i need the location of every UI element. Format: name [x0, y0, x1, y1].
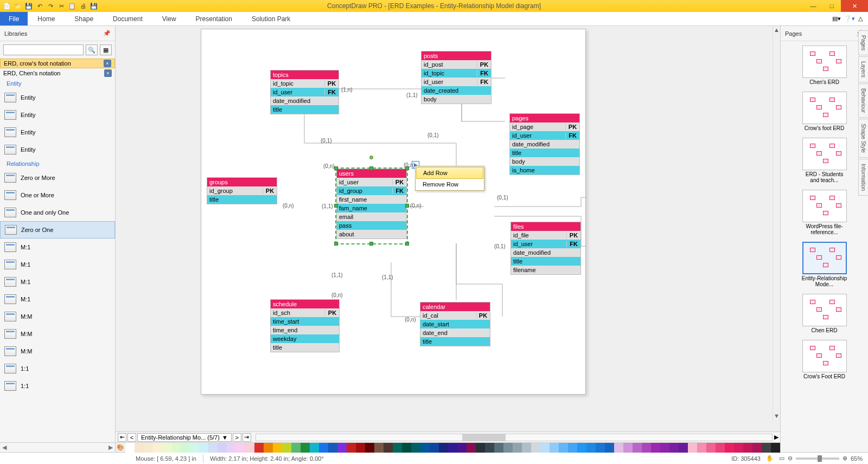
page-thumbnail[interactable]: ERD - Students and teach...: [801, 138, 848, 183]
qat-copy-icon[interactable]: 📋: [67, 1, 77, 11]
lib-item-mm[interactable]: M:M: [0, 343, 115, 360]
color-swatch[interactable]: [734, 443, 743, 453]
lib-item-entity[interactable]: Entity: [0, 124, 115, 141]
lib-item-m1[interactable]: M:1: [0, 256, 115, 273]
color-swatch[interactable]: [679, 443, 688, 453]
library-dropdown-icon[interactable]: ▤▾: [832, 15, 841, 22]
color-swatch[interactable]: [568, 443, 577, 453]
color-swatch[interactable]: [420, 443, 430, 453]
zoom-slider[interactable]: [796, 457, 839, 460]
library-search-input[interactable]: [3, 44, 84, 55]
color-swatch[interactable]: [642, 443, 651, 453]
entity-users[interactable]: users id_userPK id_groupFK first_name fa…: [336, 169, 407, 239]
color-swatch[interactable]: [623, 443, 633, 453]
color-swatch[interactable]: [125, 443, 135, 453]
page-thumbnail[interactable]: WordPress file-reference...: [801, 190, 848, 235]
lib-item-m1[interactable]: M:1: [0, 239, 115, 256]
tab-document[interactable]: Document: [103, 12, 152, 25]
color-swatch[interactable]: [559, 443, 568, 453]
drawing-page[interactable]: topics id_topicPK id_userFK date_modifie…: [201, 29, 586, 395]
color-swatch[interactable]: [337, 443, 347, 453]
lib-item-11[interactable]: 1:1: [0, 377, 115, 395]
side-tab-information[interactable]: Information: [858, 159, 868, 196]
color-swatch[interactable]: [347, 443, 356, 453]
color-swatch[interactable]: [144, 443, 153, 453]
color-swatch[interactable]: [605, 443, 614, 453]
entity-topics[interactable]: topics id_topicPK id_userFK date_modifie…: [270, 70, 339, 114]
side-tab-layers[interactable]: Layers: [858, 56, 868, 82]
menu-add-row[interactable]: Add Row: [416, 167, 483, 179]
page-first-icon[interactable]: ⇤: [118, 433, 126, 442]
color-swatch[interactable]: [291, 443, 301, 453]
color-swatch[interactable]: [208, 443, 218, 453]
color-swatch[interactable]: [439, 443, 448, 453]
color-swatch[interactable]: [393, 443, 402, 453]
color-swatch[interactable]: [743, 443, 752, 453]
color-swatch[interactable]: [660, 443, 669, 453]
color-swatch[interactable]: [467, 443, 476, 453]
color-swatch[interactable]: [457, 443, 467, 453]
qat-saveall-icon[interactable]: 💾: [89, 1, 99, 11]
tab-shape[interactable]: Shape: [65, 12, 103, 25]
color-swatch[interactable]: [411, 443, 420, 453]
vertical-scrollbar[interactable]: ▲ ▼: [773, 26, 780, 420]
page-prev-icon[interactable]: <: [127, 433, 136, 442]
lib-item-entity[interactable]: Entity: [0, 106, 115, 124]
color-swatch[interactable]: [199, 443, 208, 453]
lib-item-zero-or-more[interactable]: Zero or More: [0, 169, 115, 186]
help-icon[interactable]: ❔▾: [844, 15, 855, 22]
lib-item-m1[interactable]: M:1: [0, 291, 115, 308]
color-swatch[interactable]: [688, 443, 697, 453]
qat-redo-icon[interactable]: ↷: [46, 1, 55, 11]
color-swatch[interactable]: [365, 443, 374, 453]
color-swatch[interactable]: [494, 443, 503, 453]
color-swatch[interactable]: [503, 443, 513, 453]
tab-presentation[interactable]: Presentation: [186, 12, 242, 25]
page-thumbnail[interactable]: Chen's ERD: [801, 46, 848, 85]
lib-item-one-or-more[interactable]: One or More: [0, 186, 115, 204]
maximize-button[interactable]: □: [822, 0, 841, 12]
color-swatch[interactable]: [153, 443, 162, 453]
file-tab[interactable]: File: [0, 12, 28, 25]
color-swatch[interactable]: [227, 443, 236, 453]
qat-open-icon[interactable]: 📁: [13, 1, 23, 11]
hand-tool-icon[interactable]: ✋: [766, 455, 774, 462]
page-thumbnail[interactable]: Chen ERD: [801, 294, 848, 333]
minimize-button[interactable]: —: [804, 0, 822, 12]
color-swatch[interactable]: [577, 443, 586, 453]
lib-item-entity[interactable]: Entity: [0, 89, 115, 106]
close-button[interactable]: ✕: [841, 0, 868, 12]
zoom-in-icon[interactable]: ⊕: [843, 455, 847, 462]
color-swatch[interactable]: [706, 443, 716, 453]
color-swatch[interactable]: [264, 443, 273, 453]
tab-home[interactable]: Home: [28, 12, 65, 25]
color-swatch[interactable]: [669, 443, 679, 453]
pin-icon[interactable]: 📌: [103, 30, 111, 37]
color-swatch[interactable]: [725, 443, 734, 453]
lib-item-m1[interactable]: M:1: [0, 273, 115, 291]
library-tag-crows-foot[interactable]: ERD, crow's foot notation ×: [0, 59, 115, 68]
lib-item-mm[interactable]: M:M: [0, 325, 115, 343]
lib-item-11[interactable]: 1:1: [0, 360, 115, 377]
palette-picker-icon[interactable]: 🎨: [116, 443, 125, 452]
color-swatch[interactable]: [633, 443, 642, 453]
library-view-icon[interactable]: ▦: [100, 44, 112, 55]
scroll-up-icon[interactable]: ▲: [773, 26, 780, 34]
color-swatch[interactable]: [513, 443, 522, 453]
color-swatch[interactable]: [586, 443, 596, 453]
color-swatch[interactable]: [596, 443, 605, 453]
libraries-hscroll[interactable]: ◀▶: [0, 442, 115, 452]
lib-item-zero-or-one[interactable]: Zero or One: [0, 221, 115, 239]
fit-page-icon[interactable]: ▭: [779, 455, 784, 462]
horizontal-scrollbar[interactable]: [256, 434, 773, 441]
zoom-out-icon[interactable]: ⊖: [788, 455, 793, 462]
close-icon[interactable]: ×: [104, 60, 111, 67]
color-swatch[interactable]: [550, 443, 559, 453]
color-swatch[interactable]: [384, 443, 393, 453]
qat-save-icon[interactable]: 💾: [24, 1, 34, 11]
color-swatch[interactable]: [522, 443, 531, 453]
qat-undo-icon[interactable]: ↶: [35, 1, 44, 11]
color-swatch[interactable]: [752, 443, 762, 453]
color-swatch[interactable]: [448, 443, 457, 453]
color-swatch[interactable]: [273, 443, 282, 453]
